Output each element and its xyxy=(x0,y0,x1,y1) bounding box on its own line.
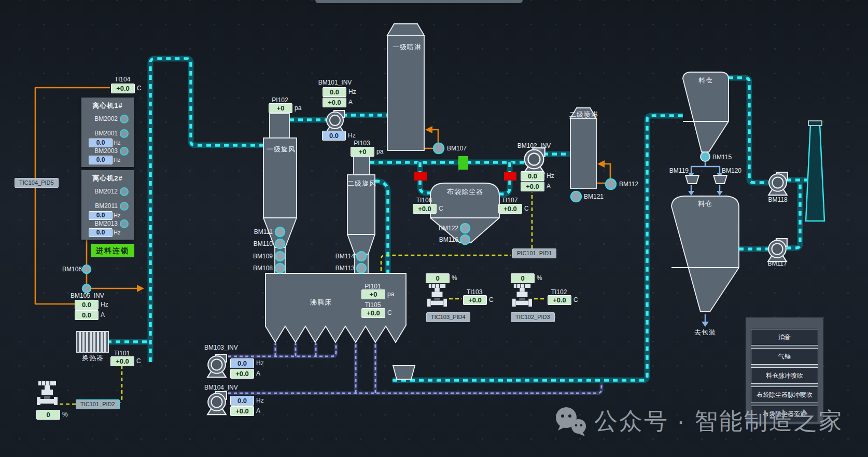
tic102-control-valve-icon[interactable] xyxy=(512,284,532,307)
air-hammer-button[interactable]: 气锤 xyxy=(751,348,818,365)
pi103-unit: pa xyxy=(376,148,383,155)
bm102-sp-unit: Hz xyxy=(547,172,554,179)
bagfilter-pulse-blow-button[interactable]: 布袋除尘器脉冲喷吹 xyxy=(751,386,818,403)
bm103-amp-value: +0.0 xyxy=(230,369,254,379)
ti105-unit: C xyxy=(387,309,392,316)
bm2012-indicator[interactable] xyxy=(120,187,129,196)
bm2003-speed-value: 0.0 xyxy=(89,156,113,164)
bm122-valve-icon[interactable] xyxy=(460,224,470,233)
centrifuge2-title: 离心机2# xyxy=(81,174,134,183)
bm2011-indicator[interactable] xyxy=(120,202,129,211)
tic101-output-unit: % xyxy=(62,411,68,418)
ti103-tag: TI103 xyxy=(463,288,486,296)
bm113-valve-icon[interactable] xyxy=(357,264,366,273)
pipe-bm103-air xyxy=(228,343,336,356)
bm101-fb-unit: Hz xyxy=(348,132,356,139)
exhaust-stack xyxy=(806,121,824,221)
tic101-output-value[interactable]: 0 xyxy=(36,410,60,420)
bm114-label: BM114 xyxy=(332,253,355,260)
bm2002-indicator[interactable] xyxy=(120,115,129,123)
bm105-amp-value: 0.0 xyxy=(75,310,99,320)
ti105-value: +0.0 xyxy=(361,308,385,318)
ti106-value: +0.0 xyxy=(413,204,437,214)
bm120-feeder-funnel[interactable] xyxy=(713,175,727,184)
bm118-fan[interactable] xyxy=(768,172,788,195)
bm114-valve-icon[interactable] xyxy=(357,252,366,261)
bm110-label: BM110 xyxy=(250,240,273,247)
bm2003-indicator[interactable] xyxy=(120,147,129,156)
bm118-label: BM118 xyxy=(766,196,789,203)
bm2001-indicator[interactable] xyxy=(120,129,129,138)
tic101-control-valve-icon[interactable] xyxy=(37,381,58,405)
ti101-value: +0.0 xyxy=(110,356,134,366)
bm107-valve-icon[interactable] xyxy=(433,143,444,154)
bm101-tag: BM101_INV xyxy=(317,79,353,86)
bm102-amp-unit: A xyxy=(547,183,551,190)
bm119-label: BM119 xyxy=(667,167,689,174)
to-packaging-label: 去包装 xyxy=(692,328,719,337)
bm101-fan[interactable] xyxy=(326,110,344,132)
ti101-tag: TI101 xyxy=(110,350,133,357)
tic103-output-unit: % xyxy=(452,274,457,282)
bm103-blower[interactable] xyxy=(207,354,227,377)
bagfilter-inlet-valve-red[interactable] xyxy=(414,172,427,181)
bm119-feeder-funnel[interactable] xyxy=(685,175,699,184)
pi101-value: +0 xyxy=(361,289,385,299)
bm104-blower[interactable] xyxy=(207,392,227,414)
ti102-value: +0.0 xyxy=(548,295,571,305)
ti106-tag: TI106 xyxy=(413,197,436,204)
tic103-output-value[interactable]: 0 xyxy=(426,273,450,283)
pi102-unit: pa xyxy=(295,104,301,112)
bm107-label: BM107 xyxy=(447,145,467,152)
bm111-valve-icon[interactable] xyxy=(275,227,285,237)
bm106-valve-icon[interactable] xyxy=(82,265,91,273)
bm104-fb-value: 0.0 xyxy=(230,396,254,406)
pic101-pid-chip[interactable]: PIC101_PID1 xyxy=(512,248,556,258)
bm106-label: BM106 xyxy=(58,266,82,273)
bm116-valve-icon[interactable] xyxy=(460,235,470,244)
tic102-output-value[interactable]: 0 xyxy=(511,273,535,283)
bm102-fan[interactable] xyxy=(524,148,544,173)
spray1-label: 一级喷淋 xyxy=(393,43,422,52)
bm122-label: BM122 xyxy=(436,225,458,232)
ti103-value: +0.0 xyxy=(463,295,487,305)
bm101-sp-unit: Hz xyxy=(348,88,356,95)
watermark-text: 公众号 · 智能制造之家 xyxy=(594,406,844,437)
bm110-valve-icon[interactable] xyxy=(275,239,285,248)
bm112-label: BM112 xyxy=(619,181,638,188)
hmi-screen: 离心机1# BM2002 BM2001 0.0 Hz BM2003 0.0 Hz… xyxy=(0,0,868,457)
bagfilter-outlet-valve-red[interactable] xyxy=(504,172,516,181)
bm117-fan[interactable] xyxy=(768,239,787,261)
silo-pulse-blow-button[interactable]: 料仓脉冲喷吹 xyxy=(751,367,818,384)
bm108-valve-icon[interactable] xyxy=(275,264,285,273)
tic103-control-valve-icon[interactable] xyxy=(427,284,447,307)
bm2003-label: BM2003 xyxy=(85,147,118,155)
bm121-label: BM121 xyxy=(584,193,604,200)
centrifuge1-title: 离心机1# xyxy=(81,101,134,110)
cyclone2-label: 二级旋风 xyxy=(347,179,376,188)
bm109-valve-icon[interactable] xyxy=(275,252,285,261)
feed-interlock-button[interactable]: 进料连锁 xyxy=(91,244,134,257)
bm102-sp-value[interactable]: 0.0 xyxy=(521,171,544,181)
tic101-pid-chip[interactable]: TIC101_PID2 xyxy=(76,399,120,409)
bm105-sp-value[interactable]: 0.0 xyxy=(75,300,99,310)
bm2013-indicator[interactable] xyxy=(120,219,129,228)
bm103-fb-value: 0.0 xyxy=(230,358,254,368)
bm105-tag: BM105_INV xyxy=(71,292,104,299)
ti107-value: +0.0 xyxy=(498,204,522,214)
bm103-tag: BM103_INV xyxy=(204,344,238,351)
silo2-vessel xyxy=(671,196,739,312)
tic103-pid-chip[interactable]: TIC103_PID4 xyxy=(426,312,470,322)
bm115-valve-icon[interactable] xyxy=(701,152,710,161)
bm105-amp-unit: A xyxy=(101,311,105,318)
bm101-sp-value[interactable]: 0.0 xyxy=(323,87,346,97)
bm112-valve-icon[interactable] xyxy=(606,179,616,189)
ti107-unit: C xyxy=(524,205,529,212)
bm101-amp-unit: A xyxy=(348,99,353,106)
mute-button[interactable]: 消音 xyxy=(751,329,818,345)
tic104-pid-chip[interactable]: TIC104_PID5 xyxy=(15,178,59,188)
bm2001-speed-unit: Hz xyxy=(114,139,120,146)
bm121-valve-icon[interactable] xyxy=(571,191,581,202)
bypass-damper-green[interactable] xyxy=(458,156,468,170)
tic102-pid-chip[interactable]: TIC102_PID3 xyxy=(511,312,555,322)
